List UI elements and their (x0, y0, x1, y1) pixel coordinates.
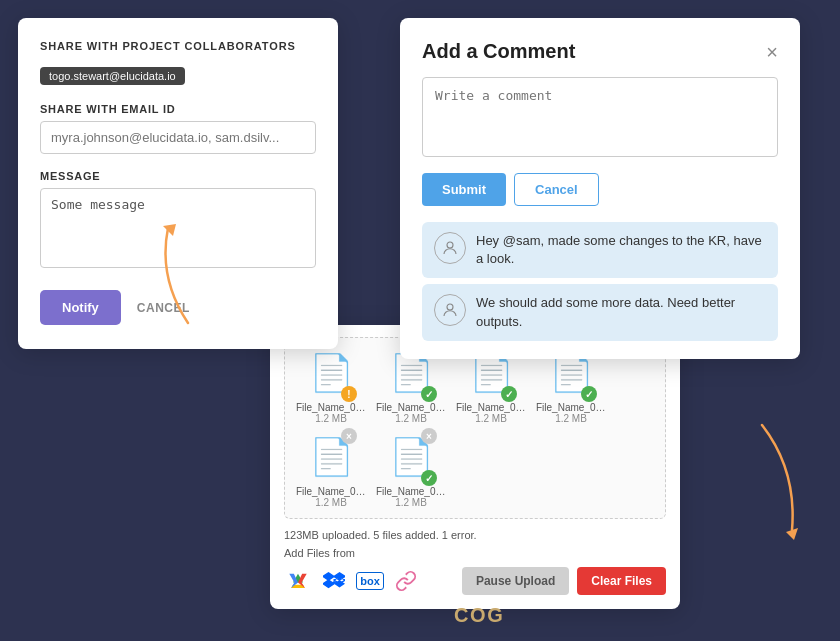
source-icons: box (284, 567, 420, 595)
submit-button[interactable]: Submit (422, 173, 506, 206)
file-item: 📄 ! File_Name_09-0... 1.2 MB (295, 348, 367, 424)
cancel-button[interactable]: Cancel (514, 173, 599, 206)
box-icon[interactable]: box (356, 572, 384, 590)
upload-status: 123MB uploaded. 5 files added. 1 error. (284, 529, 666, 541)
file-size: 1.2 MB (395, 497, 427, 508)
email-field-label: SHARE WITH EMAIL ID (40, 103, 316, 115)
file-name: File_Name_09-0... (296, 402, 366, 413)
warning-badge: ! (341, 386, 357, 402)
message-textarea[interactable]: Some message (40, 188, 316, 268)
upload-panel: 📄 ! File_Name_09-0... 1.2 MB 📄 ✓ File_Na… (270, 325, 680, 609)
share-panel-title: SHARE WITH PROJECT COLLABORATORS (40, 40, 316, 52)
file-name: File_Name_09-0... (456, 402, 526, 413)
file-item: 📄 ✓ File_Name_09-0... 1.2 MB (455, 348, 527, 424)
file-size: 1.2 MB (315, 413, 347, 424)
file-name: File_Name_09-0... (376, 402, 446, 413)
email-input[interactable] (40, 121, 316, 154)
comment-panel: Add a Comment × Submit Cancel Hey @sam, … (400, 18, 800, 359)
message-label: MESSAGE (40, 170, 316, 182)
collaborator-tag[interactable]: togo.stewart@elucidata.io (40, 67, 185, 85)
avatar (434, 294, 466, 326)
close-button[interactable]: × (766, 42, 778, 62)
file-name: File_Name_09-0... (536, 402, 606, 413)
svg-marker-3 (786, 528, 798, 540)
arrow-down-right (742, 420, 812, 544)
success-badge: ✓ (421, 386, 437, 402)
clear-files-button[interactable]: Clear Files (577, 567, 666, 595)
file-icon-wrap: 📄 ! (309, 348, 353, 398)
file-item: 📄 × ✓ File_Name_09-0... 1.2 MB (375, 432, 447, 508)
file-size: 1.2 MB (315, 497, 347, 508)
remove-badge[interactable]: × (421, 428, 437, 444)
svg-point-2 (447, 304, 453, 310)
upload-buttons: Pause Upload Clear Files (462, 567, 666, 595)
link-icon[interactable] (392, 567, 420, 595)
comment-item: Hey @sam, made some changes to the KR, h… (422, 222, 778, 278)
share-panel: SHARE WITH PROJECT COLLABORATORS togo.st… (18, 18, 338, 349)
cog-text: COG (454, 604, 504, 627)
avatar (434, 232, 466, 264)
file-size: 1.2 MB (555, 413, 587, 424)
file-size: 1.2 MB (395, 413, 427, 424)
file-grid: 📄 ! File_Name_09-0... 1.2 MB 📄 ✓ File_Na… (284, 337, 666, 519)
file-name: File_Name_09-0... (296, 486, 366, 497)
comment-textarea[interactable] (422, 77, 778, 157)
success-badge: ✓ (421, 470, 437, 486)
upload-footer: box Pause Upload Clear Files (284, 567, 666, 595)
file-name: File_Name_09-0... (376, 486, 446, 497)
success-badge: ✓ (501, 386, 517, 402)
comment-panel-title: Add a Comment (422, 40, 575, 63)
file-item: 📄 ✓ File_Name_09-0... 1.2 MB (375, 348, 447, 424)
success-badge: ✓ (581, 386, 597, 402)
comment-item: We should add some more data. Need bette… (422, 284, 778, 340)
dropbox-icon[interactable] (320, 567, 348, 595)
google-drive-icon[interactable] (284, 567, 312, 595)
file-icon-wrap: 📄 × (309, 432, 353, 482)
pause-upload-button[interactable]: Pause Upload (462, 567, 569, 595)
comment-actions: Submit Cancel (422, 173, 778, 206)
file-size: 1.2 MB (475, 413, 507, 424)
share-actions: Notify CANCEL (40, 290, 316, 325)
file-icon-wrap: 📄 × ✓ (389, 432, 433, 482)
comment-panel-header: Add a Comment × (422, 40, 778, 63)
svg-point-1 (447, 242, 453, 248)
file-item: 📄 × File_Name_09-0... 1.2 MB (295, 432, 367, 508)
notify-button[interactable]: Notify (40, 290, 121, 325)
comment-text: We should add some more data. Need bette… (476, 294, 766, 330)
share-cancel-link[interactable]: CANCEL (137, 301, 190, 315)
add-files-label: Add Files from (284, 547, 666, 559)
comment-text: Hey @sam, made some changes to the KR, h… (476, 232, 766, 268)
file-item: 📄 ✓ File_Name_09-0... 1.2 MB (535, 348, 607, 424)
remove-badge[interactable]: × (341, 428, 357, 444)
comment-list: Hey @sam, made some changes to the KR, h… (422, 222, 778, 341)
